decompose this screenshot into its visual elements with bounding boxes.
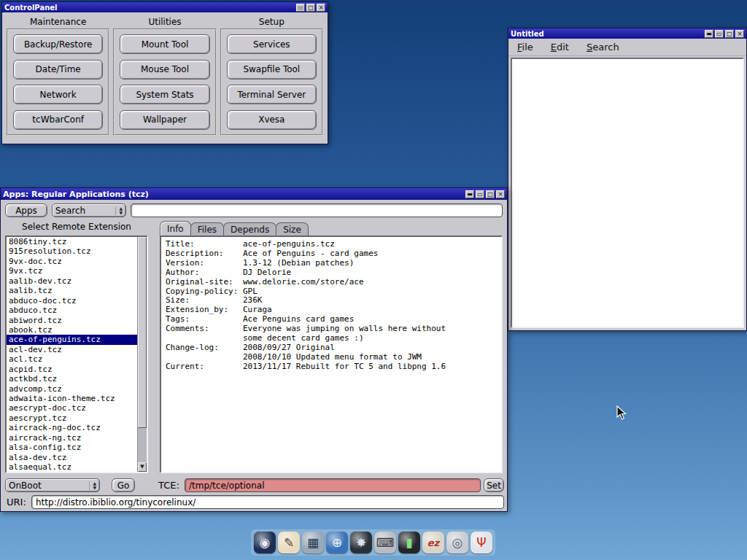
list-item[interactable]: abook.tcz: [7, 325, 137, 335]
shade-button[interactable]: ▬: [465, 190, 474, 198]
network-button[interactable]: Network: [13, 85, 103, 104]
tab-size[interactable]: Size: [276, 222, 309, 236]
mount-tool-button[interactable]: Mount Tool: [120, 34, 209, 54]
list-item[interactable]: aescrypt-doc.tcz: [7, 403, 137, 413]
list-item[interactable]: acl-dev.tcz: [7, 345, 137, 354]
untitled-titlebar[interactable]: Untitled ▬▭□×: [508, 28, 746, 39]
list-item[interactable]: advcomp.tcz: [7, 384, 137, 394]
terminal-icon[interactable]: ▮: [398, 532, 420, 553]
minimize-button[interactable]: ▭: [476, 190, 484, 198]
list-item[interactable]: adwaita-icon-theme.tcz: [7, 394, 137, 403]
list-item[interactable]: 915resolution.tcz: [7, 246, 137, 256]
tce-path-input[interactable]: /tmp/tce/optional: [185, 478, 481, 492]
list-item[interactable]: aircrack-ng-doc.tcz: [7, 423, 137, 432]
uri-label: URI:: [7, 495, 30, 509]
tab-files[interactable]: Files: [190, 222, 224, 236]
wbar-dock: ◉✎▦⊕✸⌨▮ez◎Ψ: [251, 529, 495, 556]
untitled-title: Untitled: [511, 30, 544, 38]
window-controls: ▬▭□×: [703, 30, 744, 38]
package-list-items: 8086tiny.tcz915resolution.tcz9vx-doc.tcz…: [7, 237, 137, 472]
apps-icon[interactable]: ✸: [350, 532, 372, 553]
list-item[interactable]: aalib-dev.tcz: [7, 276, 137, 286]
control-panel-columns: MaintenanceBackup/RestoreDate/TimeNetwor…: [2, 12, 328, 136]
cd-icon[interactable]: ◎: [446, 532, 468, 553]
list-item[interactable]: aalib.tcz: [7, 286, 137, 295]
close-button[interactable]: ×: [735, 30, 744, 38]
list-item[interactable]: alsa-config.tcz: [7, 443, 137, 452]
scroll-down-arrow-icon[interactable]: ▼: [138, 462, 147, 472]
typewriter-icon[interactable]: ⌨: [374, 532, 396, 553]
menu-item-search[interactable]: Search: [587, 42, 619, 52]
shade-button[interactable]: ▬: [705, 30, 713, 38]
apps-menu-button[interactable]: Apps: [5, 203, 47, 217]
maximize-button[interactable]: □: [725, 30, 734, 38]
column-header: Utilities: [113, 15, 216, 28]
list-item[interactable]: aescrypt.tcz: [7, 413, 137, 423]
package-list: 8086tiny.tcz915resolution.tcz9vx-doc.tcz…: [5, 236, 148, 473]
package-info-panel: Title: ace-of-penguins.tczDescription: A…: [160, 236, 503, 473]
list-item[interactable]: acpid.tcz: [7, 365, 137, 374]
apps-uri-row: URI: http://distro.ibiblio.org/tinycorel…: [1, 495, 507, 510]
list-item[interactable]: actkbd.tcz: [7, 374, 137, 384]
tab-depends[interactable]: Depends: [223, 222, 276, 236]
list-item[interactable]: 9vx.tcz: [7, 266, 137, 276]
wallpaper-button[interactable]: Wallpaper: [120, 110, 209, 130]
list-item[interactable]: alsa-dev.tcz: [7, 453, 137, 462]
onboot-select[interactable]: OnBoot ▲▼: [5, 478, 100, 492]
list-item[interactable]: ace-of-penguins.tcz: [7, 335, 137, 344]
ezremaster-icon[interactable]: ez: [422, 532, 444, 553]
close-button[interactable]: ×: [317, 4, 325, 12]
minimize-button[interactable]: ▭: [296, 4, 305, 12]
chevron-updown-icon: ▲▼: [89, 481, 96, 490]
maximize-button[interactable]: □: [486, 190, 495, 198]
wifi-icon[interactable]: Ψ: [471, 532, 492, 553]
paint-icon[interactable]: ✎: [278, 532, 300, 553]
system-stats-button[interactable]: System Stats: [120, 85, 209, 104]
control-panel-column: SetupServicesSwapfile ToolTerminal Serve…: [220, 15, 323, 136]
close-button[interactable]: ×: [496, 190, 505, 198]
tab-info[interactable]: Info: [160, 221, 191, 236]
list-item[interactable]: 9vx-doc.tcz: [7, 257, 137, 266]
menu-item-file[interactable]: File: [517, 42, 533, 52]
services-button[interactable]: Services: [227, 34, 317, 54]
go-button[interactable]: Go: [112, 478, 135, 492]
set-button[interactable]: Set: [484, 478, 504, 492]
tce-label: TCE:: [158, 478, 183, 492]
list-item[interactable]: abduco-doc.tcz: [7, 296, 137, 306]
maximize-button[interactable]: □: [306, 4, 315, 12]
mouse-tool-button[interactable]: Mouse Tool: [120, 60, 209, 79]
date-time-button[interactable]: Date/Time: [13, 60, 103, 79]
column-group-box: Backup/RestoreDate/TimeNetworktcWbarConf: [7, 28, 109, 136]
search-mode-select[interactable]: Search ▲▼: [52, 203, 126, 217]
list-item[interactable]: aircrack-ng.tcz: [7, 433, 137, 443]
minimize-button[interactable]: ▭: [715, 30, 724, 38]
scrollbar-thumb[interactable]: [138, 237, 147, 428]
untitled-text-area[interactable]: [511, 58, 744, 328]
backup-restore-button[interactable]: Backup/Restore: [13, 34, 103, 54]
apps-titlebar[interactable]: Apps: Regular Applications (tcz) ▬▭□×: [1, 188, 507, 200]
xvesa-button[interactable]: Xvesa: [227, 110, 317, 130]
control-panel-window: ControlPanel ▭□× MaintenanceBackup/Resto…: [1, 1, 328, 144]
menu-item-edit[interactable]: Edit: [551, 42, 569, 52]
list-item[interactable]: 8086tiny.tcz: [7, 237, 137, 246]
search-input[interactable]: [131, 203, 503, 217]
list-item[interactable]: alsaequal.tcz: [7, 462, 137, 472]
list-label: Select Remote Extension: [5, 222, 148, 232]
list-item[interactable]: abduco.tcz: [7, 306, 137, 315]
list-item[interactable]: acl.tcz: [7, 354, 137, 364]
swapfile-tool-button[interactable]: Swapfile Tool: [227, 60, 317, 79]
power-icon[interactable]: ◉: [254, 532, 276, 553]
control-panel-titlebar[interactable]: ControlPanel ▭□×: [2, 2, 328, 12]
screenshot-icon[interactable]: ▦: [302, 532, 324, 553]
tcwbarconf-button[interactable]: tcWbarConf: [13, 110, 103, 130]
package-list-scrollbar[interactable]: ▼: [137, 237, 147, 472]
untitled-window: Untitled ▬▭□× FileEditSearch: [508, 28, 747, 331]
browser-icon[interactable]: ⊕: [326, 532, 348, 553]
terminal-server-button[interactable]: Terminal Server: [227, 85, 317, 104]
window-controls: ▭□×: [295, 4, 325, 12]
column-group-box: Mount ToolMouse ToolSystem StatsWallpape…: [113, 28, 216, 136]
untitled-menubar: FileEditSearch: [508, 39, 746, 56]
search-mode-label: Search: [55, 206, 85, 216]
list-item[interactable]: abiword.tcz: [7, 316, 137, 325]
uri-input[interactable]: http://distro.ibiblio.org/tinycorelinux/: [31, 495, 504, 509]
